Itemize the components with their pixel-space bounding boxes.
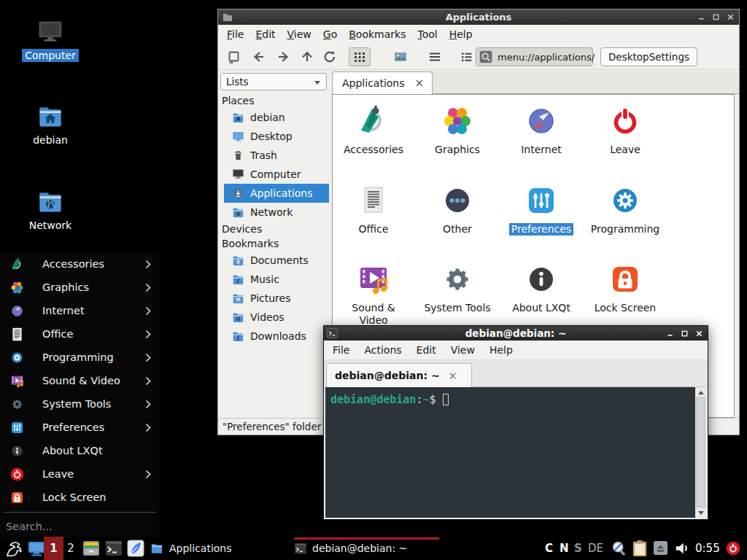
icon-view-button[interactable] <box>349 47 371 66</box>
desktop-icon <box>232 131 244 143</box>
app-category-office[interactable]: Office <box>333 183 414 236</box>
sidebar-mode-combo[interactable]: Lists <box>220 73 327 90</box>
app-category-sound-video[interactable]: Sound & Video <box>333 262 414 327</box>
up-icon[interactable] <box>300 50 314 64</box>
compact-view-icon[interactable] <box>427 50 442 64</box>
app-category-lock-screen[interactable]: Lock Screen <box>584 262 666 314</box>
desktop-settings-button[interactable]: DesktopSettings <box>600 47 697 66</box>
menu-edit[interactable]: Edit <box>409 343 444 357</box>
minimize-button[interactable] <box>697 13 705 21</box>
menu-view[interactable]: View <box>444 343 482 357</box>
back-icon[interactable] <box>252 50 266 64</box>
fm-tab-applications[interactable]: Applications × <box>332 71 433 94</box>
menu-go[interactable]: Go <box>317 27 343 42</box>
internet-icon <box>9 303 25 319</box>
show-desktop-button[interactable] <box>28 540 45 557</box>
main-menu-button[interactable] <box>5 539 24 558</box>
app-category-programming[interactable]: Programming <box>584 183 666 236</box>
terminal-window: debian@debian: ~ File Actions Edit View … <box>323 325 708 520</box>
sidebar-item-computer[interactable]: Computer <box>218 165 329 184</box>
app-category-internet[interactable]: Internet <box>500 104 582 156</box>
volume-tray-icon[interactable] <box>674 540 690 556</box>
menu-bookmarks[interactable]: Bookmarks <box>343 27 411 42</box>
app-category-graphics[interactable]: Graphics <box>417 104 498 156</box>
new-tab-icon[interactable] <box>227 50 241 64</box>
sidebar-item-applications[interactable]: Applications <box>224 184 329 203</box>
start-menu-item-programming[interactable]: Programming <box>0 346 159 369</box>
screenshot-tray-icon[interactable] <box>611 540 627 556</box>
menu-edit[interactable]: Edit <box>249 27 281 42</box>
app-category-preferences[interactable]: Preferences <box>500 183 582 236</box>
start-menu-item-internet[interactable]: Internet <box>0 299 159 322</box>
terminal-content[interactable]: debian@debian:~$ <box>325 387 706 518</box>
start-menu-item-graphics[interactable]: Graphics <box>0 276 159 299</box>
desktop-pager-1[interactable]: 1 <box>44 537 63 560</box>
sidebar-item-desktop[interactable]: Desktop <box>218 127 329 146</box>
maximize-button[interactable] <box>681 330 689 338</box>
fm-titlebar[interactable]: Applications <box>218 9 739 25</box>
app-category-accessories[interactable]: Accessories <box>333 104 414 156</box>
start-menu-item-sound-video[interactable]: Sound & Video <box>0 369 159 392</box>
menu-view[interactable]: View <box>282 27 317 42</box>
sidebar-item-network[interactable]: Network <box>218 203 329 222</box>
start-menu-item-lock-screen[interactable]: Lock Screen <box>0 486 159 509</box>
app-category-system-tools[interactable]: System Tools <box>417 262 498 314</box>
sidebar-item-videos[interactable]: Videos <box>218 308 329 327</box>
sidebar-item-documents[interactable]: Documents <box>218 251 329 270</box>
detailed-view-icon[interactable] <box>460 50 474 64</box>
desktop-icon-network[interactable]: Network <box>0 188 101 232</box>
sidebar-item-pictures[interactable]: Pictures <box>218 289 329 308</box>
minimize-button[interactable] <box>666 330 674 338</box>
start-menu-item-leave[interactable]: Leave <box>0 462 159 486</box>
menu-actions[interactable]: Actions <box>357 343 409 357</box>
start-menu-item-office[interactable]: Office <box>0 322 159 346</box>
menu-file[interactable]: File <box>221 27 249 42</box>
menu-help[interactable]: Help <box>444 27 479 42</box>
tab-close-icon[interactable]: × <box>415 77 425 90</box>
file-manager-launcher[interactable] <box>82 540 100 557</box>
terminal-launcher[interactable] <box>105 540 123 557</box>
start-menu-item-about-lxqt[interactable]: About LXQt <box>0 439 159 462</box>
close-button[interactable] <box>727 13 735 21</box>
thumbnail-view-icon[interactable] <box>393 50 408 64</box>
app-category-label: Graphics <box>417 144 498 156</box>
featherpad-launcher[interactable] <box>127 540 144 557</box>
start-menu-search-input[interactable] <box>6 521 152 532</box>
task-applications[interactable]: Applications <box>150 537 293 560</box>
menu-tool[interactable]: Tool <box>411 27 443 42</box>
terminal-scrollbar[interactable] <box>695 387 706 518</box>
sidebar-item-debian[interactable]: debian <box>218 108 329 127</box>
start-menu-item-system-tools[interactable]: System Tools <box>0 392 159 416</box>
start-menu-item-accessories[interactable]: Accessories <box>0 252 159 276</box>
forward-icon[interactable] <box>276 50 290 64</box>
clipboard-tray-icon[interactable] <box>632 540 648 557</box>
scroll-up-icon[interactable] <box>695 387 706 397</box>
app-category-leave[interactable]: Leave <box>584 104 666 156</box>
scroll-down-icon[interactable] <box>695 508 706 518</box>
start-menu-item-preferences[interactable]: Preferences <box>0 416 159 439</box>
task-terminal[interactable]: debian@debian: ~ <box>294 537 439 560</box>
reload-icon[interactable] <box>322 50 337 64</box>
desktop-pager-2[interactable]: 2 <box>63 537 78 560</box>
tab-close-icon[interactable]: × <box>449 370 457 381</box>
office-sm-icon <box>9 327 25 342</box>
terminal-titlebar[interactable]: debian@debian: ~ <box>324 326 708 341</box>
eject-tray-icon[interactable] <box>654 541 667 555</box>
maximize-button[interactable] <box>712 13 720 21</box>
power-button[interactable] <box>725 540 741 556</box>
desktop-icon-computer[interactable]: Computer <box>0 20 101 62</box>
terminal-tab[interactable]: debian@debian: ~ × <box>326 363 472 387</box>
menu-help[interactable]: Help <box>482 343 520 357</box>
scrollbar-thumb[interactable] <box>696 397 705 508</box>
address-bar[interactable]: menu://applications/ <box>476 47 593 66</box>
app-category-other[interactable]: Other <box>417 183 498 236</box>
sidebar-item-downloads[interactable]: Downloads <box>218 327 329 346</box>
desktop-icon-debian[interactable]: debian <box>0 103 101 147</box>
clock[interactable]: 0:55 <box>695 537 720 560</box>
sidebar-item-trash[interactable]: Trash <box>218 146 329 165</box>
sidebar-item-music[interactable]: Music <box>218 270 329 289</box>
app-category-about-lxqt[interactable]: About LXQt <box>500 262 582 314</box>
keyboard-layout[interactable]: DE <box>588 537 603 560</box>
close-button[interactable] <box>695 330 703 338</box>
menu-file[interactable]: File <box>325 343 357 357</box>
